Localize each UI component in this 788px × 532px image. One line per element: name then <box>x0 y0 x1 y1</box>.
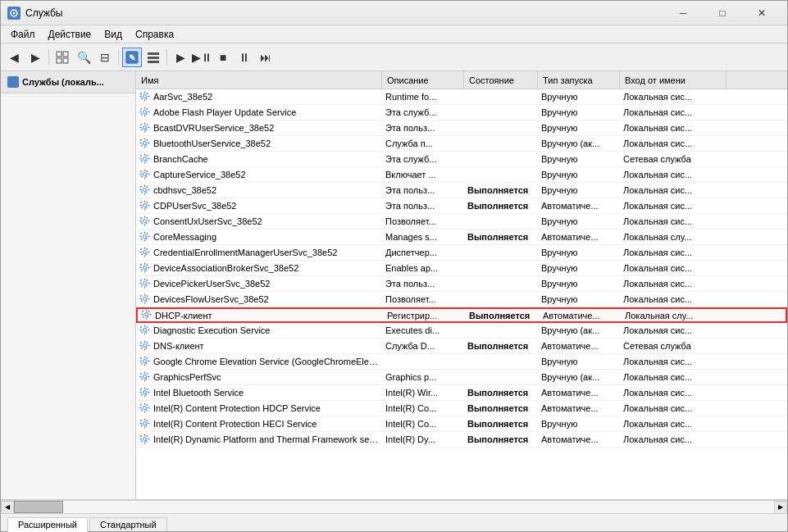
svg-rect-68 <box>139 189 141 189</box>
service-icon <box>139 325 150 337</box>
table-row[interactable]: Intel(R) Content Protection HECI Service… <box>136 416 787 432</box>
svg-rect-66 <box>144 184 145 186</box>
service-status: Выполняется <box>464 230 538 244</box>
table-row[interactable]: Intel(R) Dynamic Platform and Thermal Fr… <box>136 432 787 448</box>
table-row[interactable]: CredentialEnrollmentManagerUserSvc_38e52… <box>136 245 787 261</box>
svg-rect-184 <box>144 395 145 397</box>
table-row[interactable]: BluetoothUserService_38e52Служба п...Вру… <box>136 136 787 152</box>
play-pause-button[interactable]: ▶⏸ <box>192 48 212 67</box>
table-row[interactable]: DeviceAssociationBrokerSvc_38e52Enables … <box>136 261 787 276</box>
service-description: Эта польз... <box>382 276 464 291</box>
service-logon: Локальная сис... <box>620 385 727 400</box>
col-name[interactable]: Имя <box>136 71 382 89</box>
services-list[interactable]: AarSvc_38e52Runtime fo...ВручнуюЛокальна… <box>136 89 787 499</box>
service-description: Служба D... <box>382 339 464 353</box>
table-row[interactable]: GraphicsPerfSvcGraphics p...Вручную (ак.… <box>136 370 787 385</box>
table-row[interactable]: Diagnostic Execution ServiceExecutes di.… <box>136 323 787 339</box>
svg-point-119 <box>143 281 146 284</box>
list-button[interactable] <box>143 48 163 67</box>
svg-rect-177 <box>148 375 149 376</box>
svg-rect-48 <box>144 153 145 155</box>
scroll-thumb[interactable] <box>14 501 63 513</box>
service-description: Runtime fo... <box>382 89 464 104</box>
tree-view-button[interactable] <box>52 48 72 67</box>
panel-icon <box>7 76 19 88</box>
toolbar-sep-1 <box>48 49 49 66</box>
col-logon[interactable]: Вход от имени <box>620 71 727 89</box>
play-button[interactable]: ▶ <box>171 48 190 67</box>
table-row[interactable]: Intel Bluetooth ServiceIntel(R) Wir...Вы… <box>136 385 787 401</box>
minimize-button[interactable]: ─ <box>664 1 702 25</box>
search-button[interactable]: 🔍 <box>74 48 93 67</box>
forward-button[interactable]: ▶ <box>25 48 45 67</box>
svg-rect-157 <box>144 348 145 350</box>
service-name-cell: Adobe Flash Player Update Service <box>136 105 382 120</box>
table-row[interactable]: BcastDVRUserService_38e52Эта польз...Вру… <box>136 120 787 136</box>
service-name-cell: DevicesFlowUserSvc_38e52 <box>136 292 382 307</box>
pause-button[interactable]: ⏸ <box>235 48 254 67</box>
horizontal-scrollbar[interactable]: ◀ ▶ <box>1 500 787 513</box>
svg-rect-37 <box>141 129 143 131</box>
edit-button[interactable]: ✎ <box>122 48 142 67</box>
col-status[interactable]: Состояние <box>464 71 538 89</box>
menu-help[interactable]: Справка <box>129 27 180 42</box>
svg-rect-102 <box>144 247 145 248</box>
table-row[interactable]: DevicesFlowUserSvc_38e52Позволяет...Вруч… <box>136 292 787 307</box>
back-button[interactable]: ◀ <box>4 48 24 67</box>
tab-standard[interactable]: Стандартный <box>89 517 167 531</box>
svg-rect-82 <box>141 207 143 209</box>
service-description: Intel(R) Dy... <box>382 432 464 447</box>
table-row[interactable]: CoreMessagingManages s...ВыполняетсяАвто… <box>136 230 787 245</box>
svg-rect-30 <box>144 122 145 124</box>
service-name-cell: cbdhsvc_38e52 <box>136 183 382 198</box>
table-row[interactable]: DevicePickerUserSvc_38e52Эта польз...Вру… <box>136 276 787 292</box>
scroll-left-button[interactable]: ◀ <box>1 501 14 514</box>
table-row[interactable]: DNS-клиентСлужба D...ВыполняетсяАвтомати… <box>136 339 787 354</box>
table-row[interactable]: Adobe Flash Player Update ServiceЭта слу… <box>136 105 787 120</box>
table-row[interactable]: CDPUserSvc_38e52Эта польз...ВыполняетсяА… <box>136 198 787 214</box>
service-description: Позволяет... <box>382 214 464 229</box>
svg-rect-212 <box>139 438 141 439</box>
close-button[interactable]: ✕ <box>743 1 781 25</box>
restart-button[interactable]: ⏭ <box>256 48 276 67</box>
service-name-cell: CaptureService_38e52 <box>136 167 382 182</box>
scroll-track[interactable] <box>14 501 774 513</box>
stop-button[interactable]: ■ <box>213 48 233 67</box>
svg-rect-118 <box>141 269 143 271</box>
scroll-right-button[interactable]: ▶ <box>774 501 787 514</box>
tab-extended[interactable]: Расширенный <box>7 517 88 532</box>
svg-rect-168 <box>148 360 149 361</box>
table-row[interactable]: cbdhsvc_38e52Эта польз...ВыполняетсяВруч… <box>136 183 787 198</box>
service-name-text: cbdhsvc_38e52 <box>153 185 216 195</box>
service-icon <box>139 169 150 181</box>
table-row[interactable]: CaptureService_38e52Включает ...ВручнуюЛ… <box>136 167 787 183</box>
svg-point-164 <box>143 359 146 362</box>
col-startup[interactable]: Тип запуска <box>538 71 620 89</box>
service-status <box>464 245 538 260</box>
table-row[interactable]: ConsentUxUserSvc_38e52Позволяет...Вручну… <box>136 214 787 230</box>
service-description: Intel(R) Co... <box>382 401 464 416</box>
export-button[interactable]: ⊟ <box>95 48 115 67</box>
menu-action[interactable]: Действие <box>42 27 98 42</box>
toolbar-sep-2 <box>118 49 119 66</box>
service-name-text: BranchCache <box>153 154 208 164</box>
svg-rect-135 <box>146 294 148 297</box>
svg-point-110 <box>143 266 146 269</box>
maximize-button[interactable]: □ <box>704 1 741 25</box>
table-row[interactable]: BranchCacheЭта служб...ВручнуюСетевая сл… <box>136 152 787 167</box>
svg-point-38 <box>143 141 146 144</box>
menu-file[interactable]: Файл <box>4 27 42 42</box>
svg-rect-64 <box>141 175 143 178</box>
table-row[interactable]: DHCP-клиентРегистрир...ВыполняетсяАвтома… <box>136 307 787 323</box>
service-logon: Локальная сис... <box>620 292 727 307</box>
col-description[interactable]: Описание <box>382 71 464 89</box>
svg-point-173 <box>143 375 146 378</box>
svg-rect-127 <box>141 284 143 287</box>
table-row[interactable]: Google Chrome Elevation Service (GoogleC… <box>136 354 787 370</box>
table-row[interactable]: AarSvc_38e52Runtime fo...ВручнуюЛокальна… <box>136 89 787 105</box>
service-startup: Вручную <box>538 276 620 291</box>
svg-rect-149 <box>139 329 141 330</box>
menu-view[interactable]: Вид <box>98 27 129 42</box>
table-row[interactable]: Intel(R) Content Protection HDCP Service… <box>136 401 787 416</box>
service-name-text: GraphicsPerfSvc <box>153 372 221 382</box>
